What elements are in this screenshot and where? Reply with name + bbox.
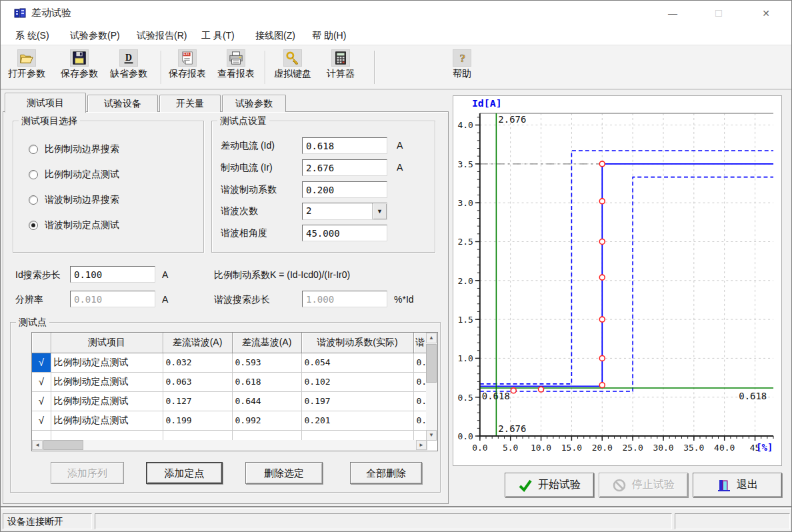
menu-test-params[interactable]: 试验参数(P) xyxy=(67,29,123,43)
status-message xyxy=(95,513,672,529)
menu-wiring-diagram[interactable]: 接线图(Z) xyxy=(253,29,298,43)
toolbar-label: 保存参数 xyxy=(57,68,101,80)
maximize-button[interactable]: ☐ xyxy=(703,1,734,26)
unit-label: A xyxy=(162,294,168,305)
scroll-down-icon[interactable]: ▼ xyxy=(426,430,437,441)
toolbar-label: 打开参数 xyxy=(5,68,49,80)
toolbar-view-report-button[interactable]: 查看报表 xyxy=(214,48,258,87)
toolbar-label: 保存报表 xyxy=(165,68,209,80)
resolution-input xyxy=(70,291,155,307)
restraint-current-label: 制动电流 (Ir) xyxy=(221,162,273,174)
radio-icon xyxy=(29,170,38,179)
toolbar-save-report-button[interactable]: EXL 保存报表 xyxy=(165,48,209,87)
toolbar-calculator-button[interactable]: 计算器 xyxy=(322,48,359,87)
row-check-icon[interactable]: √ xyxy=(32,353,51,372)
toolbar-separator xyxy=(265,51,265,84)
svg-text:20.0: 20.0 xyxy=(592,443,613,453)
tab-test-device[interactable]: 试验设备 xyxy=(87,95,158,112)
row-check-icon[interactable]: √ xyxy=(32,372,51,391)
delete-selected-button[interactable]: 删除选定 xyxy=(245,462,323,484)
table-row[interactable]: √ 比例制动定点测试 0.127 0.644 0.197 0. xyxy=(32,391,427,411)
harmonic-order-label: 谐波次数 xyxy=(221,205,258,217)
id-step-input[interactable] xyxy=(70,266,155,283)
svg-text:2.676: 2.676 xyxy=(498,114,526,125)
start-test-button[interactable]: 开始试验 xyxy=(505,473,594,497)
minimize-button[interactable]: — xyxy=(657,1,688,26)
svg-text:2.676: 2.676 xyxy=(498,423,526,434)
unit-label: A xyxy=(397,162,403,173)
group-title: 测试项目选择 xyxy=(19,115,80,127)
tab-test-items[interactable]: 测试项目 xyxy=(5,93,86,113)
id-step-label: Id搜索步长 xyxy=(15,269,61,281)
window-title: 差动试验 xyxy=(31,7,71,19)
save-floppy-icon xyxy=(70,49,89,67)
toolbar-virtual-keyboard-button[interactable]: 虚拟键盘 xyxy=(271,48,315,87)
scroll-right-icon[interactable]: ► xyxy=(416,440,427,450)
harmonic-phase-angle-label: 谐波相角度 xyxy=(221,227,267,239)
table-row[interactable]: √ 比例制动定点测试 0.199 0.992 0.201 0. xyxy=(32,411,427,430)
menu-help[interactable]: 帮 助(H) xyxy=(309,29,349,43)
status-extra xyxy=(675,513,790,529)
svg-text:?: ? xyxy=(460,51,466,65)
tab-test-params[interactable]: 试验参数 xyxy=(222,95,286,112)
menu-system[interactable]: 系 统(S) xyxy=(13,29,52,43)
toolbar-default-params-button[interactable]: D 缺省参数 xyxy=(107,48,151,87)
add-fixed-point-button[interactable]: 添加定点 xyxy=(146,462,223,484)
harmonic-step-label: 谐波搜索步长 xyxy=(214,294,270,306)
virtual-keyboard-key-icon xyxy=(283,49,302,67)
menu-tools[interactable]: 工 具(T) xyxy=(199,29,237,43)
app-window: 差动试验 — ☐ ✕ 系 统(S) 试验参数(P) 试验报告(R) 工 具(T)… xyxy=(0,0,792,532)
table-row[interactable]: √ 比例制动定点测试 0.032 0.593 0.054 0. xyxy=(32,353,427,372)
svg-text:EXL: EXL xyxy=(183,52,190,56)
svg-text:0.618: 0.618 xyxy=(739,391,767,401)
close-button[interactable]: ✕ xyxy=(751,1,781,26)
harmonic-phase-angle-input[interactable] xyxy=(302,225,387,241)
unit-label: %*Id xyxy=(394,294,414,305)
combo-dropdown-button[interactable]: ▼ xyxy=(372,203,387,219)
toolbar-save-params-button[interactable]: 保存参数 xyxy=(57,48,101,87)
add-sequence-button: 添加序列 xyxy=(51,462,124,484)
harmonic-order-select[interactable]: 2 ▼ xyxy=(302,203,387,220)
restraint-current-input[interactable] xyxy=(302,159,387,176)
vertical-scroll-thumb[interactable] xyxy=(426,344,437,383)
exit-button[interactable]: 退出 xyxy=(693,473,782,497)
table-horizontal-scrollbar[interactable]: ◄ ► xyxy=(32,440,427,451)
unit-label: A xyxy=(397,140,403,151)
toolbar-label: 计算器 xyxy=(322,68,359,80)
tab-switch-quantity[interactable]: 开关量 xyxy=(159,95,221,112)
toolbar-label: 虚拟键盘 xyxy=(271,68,315,80)
help-question-icon: ? xyxy=(453,49,471,67)
svg-text:1.5: 1.5 xyxy=(458,315,473,325)
radio-icon xyxy=(29,145,38,154)
svg-text:D: D xyxy=(125,53,132,63)
statusbar: 设备连接断开 xyxy=(1,509,791,532)
save-report-icon: EXL xyxy=(178,49,197,67)
horizontal-scroll-thumb[interactable] xyxy=(43,440,83,450)
toolbar: 打开参数 保存参数 D 缺省参数 EXL xyxy=(1,45,791,90)
scroll-left-icon[interactable]: ◄ xyxy=(32,440,43,450)
toolbar-label: 查看报表 xyxy=(214,68,258,80)
svg-text:2.0: 2.0 xyxy=(458,276,473,286)
table-vertical-scrollbar[interactable]: ▲ ▼ xyxy=(426,333,437,441)
differential-current-input[interactable] xyxy=(302,137,387,154)
menu-test-report[interactable]: 试验报告(R) xyxy=(134,29,189,43)
svg-text:4.0: 4.0 xyxy=(458,120,473,130)
open-folder-icon xyxy=(17,49,36,67)
harmonic-restraint-coeff-input[interactable] xyxy=(302,181,387,198)
toolbar-help-button[interactable]: ? 帮助 xyxy=(443,48,481,87)
table-row[interactable]: √ 比例制动定点测试 0.063 0.618 0.102 0. xyxy=(32,372,427,391)
group-title: 测试点 xyxy=(16,317,49,329)
delete-all-button[interactable]: 全部删除 xyxy=(350,462,422,484)
toolbar-open-params-button[interactable]: 打开参数 xyxy=(5,48,49,87)
svg-text:Id[A]: Id[A] xyxy=(472,97,502,109)
harmonic-step-input xyxy=(302,291,387,307)
stop-icon xyxy=(612,478,627,493)
scroll-up-icon[interactable]: ▲ xyxy=(426,333,437,343)
group-title: 测试点设置 xyxy=(217,115,269,127)
svg-text:0.5: 0.5 xyxy=(458,393,473,403)
svg-text:3.0: 3.0 xyxy=(458,198,473,208)
row-check-icon[interactable]: √ xyxy=(32,411,51,430)
app-icon xyxy=(14,7,26,19)
row-check-icon[interactable]: √ xyxy=(32,391,51,411)
characteristic-chart: 0.05.010.015.020.025.030.035.040.0450.00… xyxy=(453,96,781,465)
